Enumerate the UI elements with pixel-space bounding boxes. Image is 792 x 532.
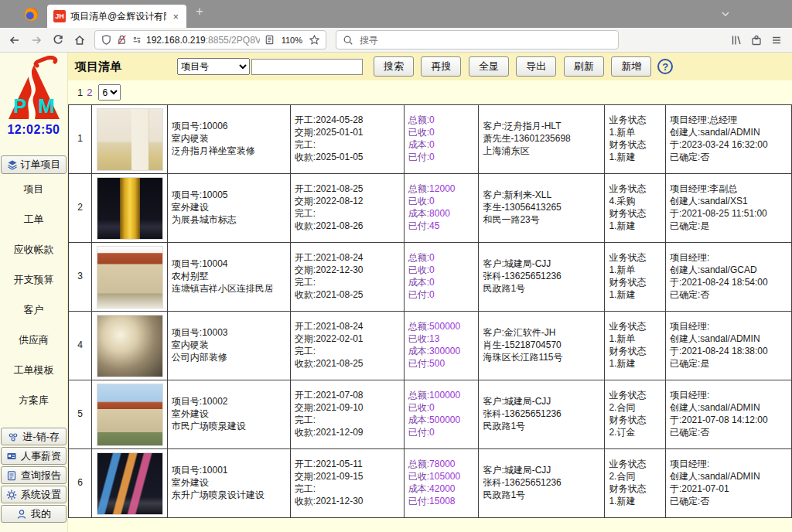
extensions-icon[interactable] xyxy=(750,34,763,46)
photo-cell xyxy=(92,380,168,449)
table-row[interactable]: 6 项目号:10001室外建设东升广场喷泉设计建设 开工:2021-05-11交… xyxy=(69,449,792,518)
search-keyword-input[interactable] xyxy=(251,59,363,75)
pm-volcano-logo: P M xyxy=(6,56,62,122)
sidebar-link[interactable]: 工单模板 xyxy=(0,355,67,385)
sidebar-link[interactable]: 应收帐款 xyxy=(0,234,67,264)
header-action-button[interactable]: 再搜 xyxy=(421,56,461,77)
project-info-cell: 项目号:10005室外建设为展县城市标志 xyxy=(167,174,290,243)
project-info-cell: 项目号:10002室外建设市民广场喷泉建设 xyxy=(167,380,290,449)
list-tabs-chevron-icon[interactable] xyxy=(719,8,732,20)
reader-view-icon[interactable] xyxy=(264,34,275,46)
sidebar-nav: 项目 工单 应收帐款 开支预算 客户 供应商 工单模板 方案库 xyxy=(0,174,67,415)
reload-icon[interactable] xyxy=(48,31,68,49)
project-photo[interactable] xyxy=(97,246,163,309)
page-number-link[interactable]: 2 xyxy=(87,87,92,98)
header-action-button[interactable]: 导出 xyxy=(516,56,556,77)
photo-cell xyxy=(92,105,168,174)
sidebar-item-settings[interactable]: 系统设置 xyxy=(1,486,67,503)
manager-cell: 项目经理:总经理创建人:sandal/ADMIN于:2023-03-24 16:… xyxy=(665,105,791,174)
gear-icon xyxy=(6,489,17,500)
svg-text:P: P xyxy=(13,94,26,118)
project-photo[interactable] xyxy=(97,452,163,515)
sidebar-item-inventory[interactable]: 进-销-存 xyxy=(1,428,67,445)
sidebar-item-label: 进-销-存 xyxy=(22,430,60,444)
back-icon[interactable] xyxy=(5,31,25,49)
project-info-cell: 项目号:10004农村别墅连塘镇吉祥小区连排民居 xyxy=(167,243,290,312)
amounts-cell: 总额:500000 已收:13 成本:300000 已付:500 xyxy=(404,312,479,380)
dates-cell: 开工:2024-05-28交期:2025-01-01完工:收款:2025-01-… xyxy=(290,105,404,174)
photo-cell xyxy=(92,449,168,518)
project-photo[interactable] xyxy=(97,108,163,171)
sidebar-link[interactable]: 开支预算 xyxy=(0,264,67,295)
person-icon xyxy=(16,509,27,520)
page-number-current: 1 xyxy=(77,87,83,98)
project-info-cell: 项目号:10001室外建设东升广场喷泉设计建设 xyxy=(167,449,290,518)
browser-toolbar: 192.168.0.219:8855/2PQ8V4-zC0cwaIu9Yc2xL… xyxy=(0,28,792,53)
table-row[interactable]: 1 项目号:10006室内硬装泛舟指月禅坐室装修 开工:2024-05-28交期… xyxy=(69,105,792,174)
layers-icon xyxy=(7,159,18,170)
manager-cell: 项目经理:李副总创建人:sandal/XS1于:2021-08-25 11:51… xyxy=(665,174,791,243)
amounts-cell: 总额:0 已收:0 成本:0 已付:0 xyxy=(404,105,479,174)
table-row[interactable]: 3 项目号:10004农村别墅连塘镇吉祥小区连排民居 开工:2021-08-24… xyxy=(69,243,792,312)
bookmark-star-icon[interactable] xyxy=(309,34,320,46)
filter-field-select[interactable]: 项目号 xyxy=(177,58,250,75)
firefox-icon[interactable] xyxy=(25,8,38,21)
tab-close-icon[interactable]: × xyxy=(171,11,180,22)
sidebar-item-label: 我的 xyxy=(31,507,51,521)
sidebar-link[interactable]: 项目 xyxy=(0,174,67,204)
client-cell: 客户:城建局-CJJ张科-13625651236民政路1号 xyxy=(479,243,605,312)
url-text[interactable]: 192.168.0.219:8855/2PQ8V4-zC0cwaIu9Yc2xL… xyxy=(146,35,260,46)
browser-search-input[interactable] xyxy=(358,34,612,46)
header-action-button[interactable]: 新增 xyxy=(611,56,651,77)
sidebar-item-hr-payroll[interactable]: 人事薪资 xyxy=(1,447,67,465)
menu-icon[interactable] xyxy=(770,34,783,46)
insecure-lock-icon[interactable] xyxy=(116,34,128,46)
new-tab-button[interactable]: + xyxy=(196,4,203,19)
browser-tab[interactable]: JH 项目清单@金辉设计有限公司 × xyxy=(47,5,186,28)
sidebar-link[interactable]: 方案库 xyxy=(0,385,67,415)
project-info-cell: 项目号:10003室内硬装公司内部装修 xyxy=(167,312,290,380)
permissions-icon[interactable] xyxy=(131,35,142,46)
project-photo[interactable] xyxy=(97,315,163,377)
client-cell: 客户:泛舟指月-HLT萧先生-13601235698上海浦东区 xyxy=(479,105,605,174)
header-action-button[interactable]: 搜索 xyxy=(374,56,414,77)
library-icon[interactable] xyxy=(730,34,742,46)
status-cell: 业务状态4.采购财务状态1.新建 xyxy=(605,174,666,243)
home-icon[interactable] xyxy=(70,31,90,49)
sidebar-item-my-account[interactable]: 我的 xyxy=(1,505,67,523)
table-row[interactable]: 4 项目号:10003室内硬装公司内部装修 开工:2021-08-24交期:20… xyxy=(69,312,792,380)
project-table: 1 项目号:10006室内硬装泛舟指月禅坐室装修 开工:2024-05-28交期… xyxy=(68,104,792,518)
sidebar-item-reports[interactable]: 查询报告 xyxy=(1,466,67,484)
client-cell: 客户:城建局-CJJ张科-13625651236民政路1号 xyxy=(479,449,605,518)
project-photo[interactable] xyxy=(97,177,163,240)
dates-cell: 开工:2021-08-24交期:2022-12-30完工:收款:2021-08-… xyxy=(290,243,404,312)
table-row[interactable]: 2 项目号:10005室外建设为展县城市标志 开工:2021-08-25交期:2… xyxy=(69,174,792,243)
main-content: 项目清单 项目号 搜索 再搜 全显 导出 刷新 新增 ? xyxy=(68,53,792,532)
amounts-cell: 总额:12000 已收:0 成本:8000 已付:45 xyxy=(404,174,479,243)
status-cell: 业务状态2.合同财务状态1.新建 xyxy=(605,449,666,518)
header-action-button[interactable]: 刷新 xyxy=(564,56,604,77)
search-bar[interactable] xyxy=(336,30,619,49)
forward-icon[interactable] xyxy=(26,31,46,49)
sidebar-link[interactable]: 工单 xyxy=(0,204,67,234)
table-row[interactable]: 5 项目号:10002室外建设市民广场喷泉建设 开工:2021-07-08交期:… xyxy=(69,380,792,449)
header-action-button[interactable]: 全显 xyxy=(469,56,509,77)
url-host: 192.168.0.219 xyxy=(146,35,206,46)
status-cell: 业务状态2.合同财务状态2.订金 xyxy=(605,380,666,449)
project-photo[interactable] xyxy=(97,384,163,446)
zoom-level[interactable]: 110% xyxy=(279,35,305,46)
site-favicon: JH xyxy=(53,10,66,22)
row-number-cell: 5 xyxy=(69,380,92,449)
dates-cell: 开工:2021-08-25交期:2022-08-12完工:收款:2021-08-… xyxy=(290,174,404,243)
row-number-cell: 6 xyxy=(69,449,92,518)
sidebar: P M 12:02:50 订单项目 项目 工单 应收帐款 开支预算 客户 xyxy=(0,53,68,532)
sidebar-link[interactable]: 供应商 xyxy=(0,325,67,355)
address-bar[interactable]: 192.168.0.219:8855/2PQ8V4-zC0cwaIu9Yc2xL… xyxy=(94,30,326,49)
page-size-select[interactable]: 6 xyxy=(98,84,121,101)
sidebar-item-order-projects[interactable]: 订单项目 xyxy=(1,155,67,174)
shield-icon[interactable] xyxy=(101,34,112,46)
row-number-cell: 2 xyxy=(69,174,92,243)
sidebar-link[interactable]: 客户 xyxy=(0,295,67,325)
sidebar-item-label: 查询报告 xyxy=(21,469,61,483)
help-icon[interactable]: ? xyxy=(657,59,673,74)
